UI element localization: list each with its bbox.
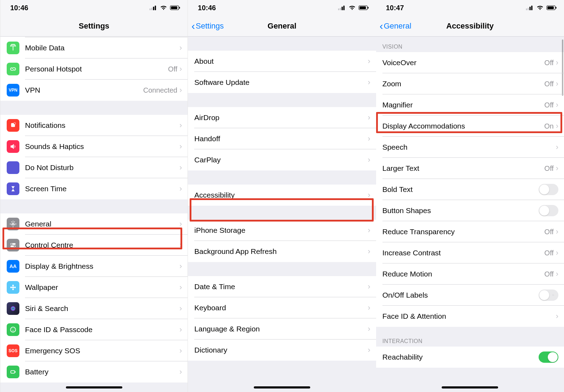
- back-button[interactable]: ‹Settings: [191, 21, 224, 31]
- svg-rect-34: [526, 8, 527, 10]
- content: Bluetooth On › Mobile Data › Personal Ho…: [0, 37, 188, 392]
- gear-icon: [7, 218, 19, 230]
- row-storage[interactable]: iPhone Storage›: [188, 220, 376, 241]
- chevron-right-icon: ›: [179, 142, 182, 151]
- home-indicator: [66, 386, 122, 388]
- row-reachability[interactable]: Reachability: [376, 347, 564, 368]
- row-dictionary[interactable]: Dictionary›: [188, 340, 376, 361]
- row-faceid-attention[interactable]: Face ID & Attention›: [376, 306, 564, 327]
- row-reduce-motion[interactable]: Reduce MotionOff›: [376, 263, 564, 285]
- label: Siri & Search: [25, 304, 68, 313]
- row-software-update[interactable]: Software Update›: [188, 72, 376, 93]
- label: Background App Refresh: [194, 247, 276, 256]
- row-wallpaper[interactable]: Wallpaper ›: [0, 277, 188, 298]
- row-zoom[interactable]: ZoomOff›: [376, 73, 564, 94]
- row-bold-text[interactable]: Bold Text: [376, 179, 564, 200]
- row-button-shapes[interactable]: Button Shapes: [376, 200, 564, 221]
- label: About: [194, 57, 214, 66]
- row-onoff-labels[interactable]: On/Off Labels: [376, 285, 564, 306]
- toggle-button-shapes[interactable]: [539, 205, 558, 216]
- chevron-right-icon: ›: [556, 58, 558, 67]
- row-control-centre[interactable]: Control Centre ›: [0, 235, 188, 256]
- signal-icon: [149, 5, 157, 10]
- label: Keyboard: [194, 304, 226, 312]
- row-display[interactable]: AA Display & Brightness ›: [0, 256, 188, 277]
- row-notifications[interactable]: Notifications ›: [0, 115, 188, 136]
- row-carplay[interactable]: CarPlay›: [188, 149, 376, 170]
- row-background-refresh[interactable]: Background App Refresh›: [188, 241, 376, 262]
- row-handoff[interactable]: Handoff›: [188, 128, 376, 149]
- row-vpn[interactable]: VPN VPN Connected ›: [0, 80, 188, 101]
- svg-rect-5: [171, 6, 177, 9]
- chevron-right-icon: ›: [179, 325, 182, 334]
- label: Display & Brightness: [25, 262, 93, 270]
- row-general[interactable]: General ›: [0, 213, 188, 235]
- content: About› Software Update› AirDrop› Handoff…: [188, 37, 376, 392]
- chevron-right-icon: ›: [368, 226, 370, 235]
- svg-rect-0: [149, 8, 151, 10]
- row-dnd[interactable]: Do Not Disturb ›: [0, 157, 188, 178]
- value: Connected: [143, 86, 177, 94]
- toggle-reachability[interactable]: [539, 351, 558, 363]
- chevron-right-icon: ›: [368, 191, 370, 200]
- row-keyboard[interactable]: Keyboard›: [188, 297, 376, 318]
- label: Larger Text: [382, 164, 419, 173]
- bell-icon: [7, 119, 19, 132]
- svg-rect-6: [179, 7, 180, 9]
- row-magnifier[interactable]: MagnifierOff›: [376, 94, 564, 116]
- row-sounds[interactable]: Sounds & Haptics ›: [0, 136, 188, 157]
- back-label: General: [384, 21, 411, 31]
- chevron-right-icon: ›: [556, 312, 558, 321]
- row-sos[interactable]: SOS Emergency SOS ›: [0, 340, 188, 361]
- row-about[interactable]: About›: [188, 51, 376, 72]
- label: Speech: [382, 143, 407, 151]
- chevron-right-icon: ›: [556, 100, 558, 110]
- svg-point-14: [14, 245, 15, 247]
- label: Wallpaper: [25, 283, 58, 292]
- label: Software Update: [194, 78, 249, 87]
- label: Display Accommodations: [382, 122, 465, 130]
- row-screen-time[interactable]: Screen Time ›: [0, 178, 188, 199]
- chevron-right-icon: ›: [368, 155, 370, 164]
- vpn-icon: VPN: [7, 84, 19, 97]
- svg-rect-28: [340, 8, 341, 10]
- chevron-right-icon: ›: [179, 163, 182, 172]
- row-larger-text[interactable]: Larger TextOff›: [376, 158, 564, 179]
- value: Off: [168, 65, 177, 73]
- chevron-right-icon: ›: [179, 64, 182, 74]
- row-speech[interactable]: Speech›: [376, 137, 564, 158]
- row-airdrop[interactable]: AirDrop›: [188, 107, 376, 128]
- svg-point-21: [12, 307, 14, 310]
- label: Magnifier: [382, 101, 413, 109]
- chevron-right-icon: ›: [179, 262, 182, 271]
- chevron-right-icon: ›: [556, 122, 558, 131]
- wifi-icon: [537, 5, 544, 10]
- row-faceid[interactable]: Face ID & Passcode ›: [0, 319, 188, 340]
- row-voiceover[interactable]: VoiceOverOff›: [376, 52, 564, 73]
- signal-icon: [338, 5, 346, 10]
- label: Handoff: [194, 135, 220, 143]
- label: Battery: [25, 368, 49, 376]
- value: Off: [544, 228, 553, 236]
- row-accessibility[interactable]: Accessibility›: [188, 185, 376, 206]
- chevron-right-icon: ›: [179, 304, 182, 313]
- svg-point-23: [12, 329, 12, 329]
- row-battery[interactable]: Battery ›: [0, 361, 188, 382]
- svg-rect-3: [155, 6, 156, 10]
- back-button[interactable]: ‹General: [380, 21, 411, 31]
- row-increase-contrast[interactable]: Increase ContrastOff›: [376, 242, 564, 263]
- toggle-onoff-labels[interactable]: [539, 290, 558, 301]
- battery-icon: [546, 5, 557, 10]
- row-mobile-data[interactable]: Mobile Data ›: [0, 37, 188, 58]
- value: Off: [544, 164, 553, 173]
- row-personal-hotspot[interactable]: Personal Hotspot Off ›: [0, 58, 188, 80]
- row-language[interactable]: Language & Region›: [188, 318, 376, 340]
- svg-rect-33: [368, 7, 369, 9]
- row-reduce-transparency[interactable]: Reduce TransparencyOff›: [376, 221, 564, 242]
- svg-point-17: [12, 288, 14, 290]
- svg-point-18: [10, 287, 12, 288]
- toggle-bold-text[interactable]: [539, 184, 558, 195]
- row-siri[interactable]: Siri & Search ›: [0, 298, 188, 319]
- row-display-accommodations[interactable]: Display AccommodationsOn›: [376, 116, 564, 137]
- row-date-time[interactable]: Date & Time›: [188, 276, 376, 297]
